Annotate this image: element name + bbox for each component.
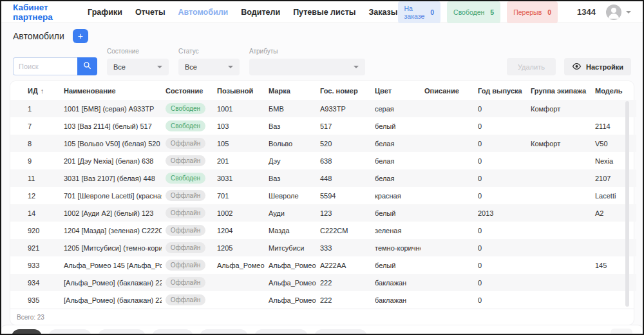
settings-button-label: Настройки xyxy=(586,63,623,71)
status-badge: Перерыв 0 xyxy=(507,1,558,23)
cell-brand: Ауди xyxy=(265,204,316,222)
table-row[interactable]: 1 1001 [БМВ] (серая) A933TP Свободен 100… xyxy=(10,100,636,117)
column-header[interactable]: Группа экипажа xyxy=(527,81,591,100)
collapse-button[interactable] xyxy=(611,329,632,335)
table-row[interactable]: 934 [Альфа_Ромео] (баклажан) 222 Оффлайн… xyxy=(10,274,636,291)
column-header[interactable]: Описание xyxy=(421,81,474,100)
cell-plate: 517 xyxy=(316,117,371,135)
cell-year: 0 xyxy=(474,100,527,117)
cell-name: 701 [Шевроле Lacetti] (красная) 5594 xyxy=(60,187,162,204)
cell-brand: Ваз xyxy=(265,169,316,187)
cell-year: 0 xyxy=(474,256,527,274)
filter-group: Состояние Все xyxy=(107,48,169,75)
column-header[interactable]: Цвет xyxy=(371,81,421,100)
state-badge: Оффлайн xyxy=(166,242,205,253)
filter-controls: Состояние Все Статус Все Атрибуты xyxy=(97,48,365,75)
crew-group-chip[interactable]: Грузотакси xyxy=(254,329,308,335)
table-row[interactable]: 9 201 [Дэу Nexia] (белая) 638 Оффлайн 20… xyxy=(10,152,636,169)
state-badge: Оффлайн xyxy=(166,260,205,271)
cell-id: 12 xyxy=(10,187,60,204)
crew-group-chip[interactable]: Бизнес xyxy=(152,329,193,335)
status-badge: На заказе 0 xyxy=(398,1,441,23)
state-badge: Оффлайн xyxy=(166,155,205,166)
state-badge: Оффлайн xyxy=(166,277,205,288)
table-row[interactable]: 12 701 [Шевроле Lacetti] (красная) 5594 … xyxy=(10,187,636,204)
cell-color: баклажан xyxy=(371,291,421,309)
table-row[interactable]: 7 103 [Ваз 2114] (белый) 517 Свободен 10… xyxy=(10,117,636,135)
cell-crew-group xyxy=(527,256,591,274)
table-row[interactable]: 8 105 [Вольво V50] (белая) 520 Оффлайн 1… xyxy=(10,135,636,152)
cell-year: 0 xyxy=(474,135,527,152)
cell-brand: Мазда xyxy=(265,222,316,239)
user-menu[interactable] xyxy=(606,5,631,20)
brand[interactable]: Кабинет партнера xyxy=(13,3,88,22)
nav-item[interactable]: Автомобили xyxy=(178,8,229,17)
table-row[interactable]: 933 Альфа_Ромео 145 [Альфа_Ромео 145] (…… xyxy=(10,256,636,274)
settings-button[interactable]: Настройки xyxy=(564,58,631,75)
table-row[interactable]: 14 1002 [Ауди A2] (белый) 123 Оффлайн 10… xyxy=(10,204,636,222)
status-badge-label: Перерыв xyxy=(513,8,542,16)
cell-callsign xyxy=(213,291,265,309)
search-input[interactable] xyxy=(13,57,77,75)
cell-id: 935 xyxy=(10,291,60,309)
cell-name: [Альфа_Ромео] (баклажан) 222 xyxy=(60,291,162,309)
nav-item[interactable]: Водители xyxy=(241,8,280,17)
search-button[interactable] xyxy=(77,57,97,75)
add-vehicle-button[interactable]: + xyxy=(73,29,88,43)
cell-description xyxy=(421,169,474,187)
cell-brand: БМВ xyxy=(265,100,316,117)
balance-value: 1344 xyxy=(577,7,596,17)
crew-group-chip[interactable]: Доставка xyxy=(200,329,248,335)
cell-year: 2013 xyxy=(474,204,527,222)
column-header[interactable]: Год выпуска xyxy=(474,81,527,100)
cell-description xyxy=(421,274,474,291)
cell-state: Оффлайн xyxy=(162,239,213,256)
search-group xyxy=(13,57,97,75)
total-count: Всего: 23 xyxy=(10,309,634,325)
cell-brand: Альфа_Ромео xyxy=(265,256,316,274)
cell-year: 0 xyxy=(474,239,527,256)
column-header[interactable]: Гос. номер xyxy=(316,81,371,100)
cell-state: Оффлайн xyxy=(162,187,213,204)
state-badge: Оффлайн xyxy=(166,225,205,236)
cell-state: Оффлайн xyxy=(162,291,213,309)
column-header[interactable]: Состояние xyxy=(162,81,213,100)
cell-crew-group xyxy=(527,274,591,291)
cell-model: 2114 xyxy=(591,117,636,135)
cell-plate: 222 xyxy=(316,291,371,309)
crew-group-chip[interactable]: Эвакуатор xyxy=(314,329,366,335)
nav-item[interactable]: Отчеты xyxy=(135,8,166,17)
column-header[interactable]: Позывной xyxy=(213,81,265,100)
table-row[interactable]: 921 1205 [Митсубиси] (темно-коричневый) … xyxy=(10,239,636,256)
column-header[interactable]: ИД↑ xyxy=(10,81,60,100)
crew-group-chip[interactable]: Все xyxy=(12,329,42,335)
nav-item[interactable]: Путевые листы xyxy=(293,8,355,17)
crew-group-chip[interactable]: Комфорт xyxy=(98,329,146,335)
vertical-scrollbar[interactable] xyxy=(625,101,629,307)
nav-item[interactable]: Графики xyxy=(88,8,122,17)
delete-button[interactable]: Удалить xyxy=(507,58,556,75)
filter-select[interactable] xyxy=(249,59,365,75)
cell-model: 145 xyxy=(591,256,636,274)
filter-select[interactable]: Все xyxy=(107,59,169,75)
cell-callsign: 201 xyxy=(213,152,265,169)
table-row[interactable]: 935 [Альфа_Ромео] (баклажан) 222 Оффлайн… xyxy=(10,291,636,309)
cell-plate: A933TP xyxy=(316,100,371,117)
state-badge: Свободен xyxy=(166,103,205,114)
cell-color: баклажан xyxy=(371,274,421,291)
cell-model xyxy=(591,222,636,239)
sort-asc-icon: ↑ xyxy=(41,87,44,95)
nav-item[interactable]: Заказы xyxy=(368,8,397,17)
cell-id: 9 xyxy=(10,152,60,169)
status-badge-label: На заказе xyxy=(404,5,425,20)
avatar-icon xyxy=(606,5,621,20)
table-row[interactable]: 11 3031 [Ваз 2107] (белая) 448 Свободен … xyxy=(10,169,636,187)
column-header[interactable]: Марка xyxy=(265,81,316,100)
column-header[interactable]: Наименование xyxy=(60,81,162,100)
status-badge-label: Свободен xyxy=(453,8,484,16)
filter-select[interactable]: Все xyxy=(178,59,240,75)
table-row[interactable]: 920 1204 [Мазда] (зеленая) C222CM Оффлай… xyxy=(10,222,636,239)
crew-group-chip[interactable]: Эконом xyxy=(48,329,91,335)
column-header[interactable]: Модель xyxy=(591,81,636,100)
cell-brand: Митсубиси xyxy=(265,239,316,256)
